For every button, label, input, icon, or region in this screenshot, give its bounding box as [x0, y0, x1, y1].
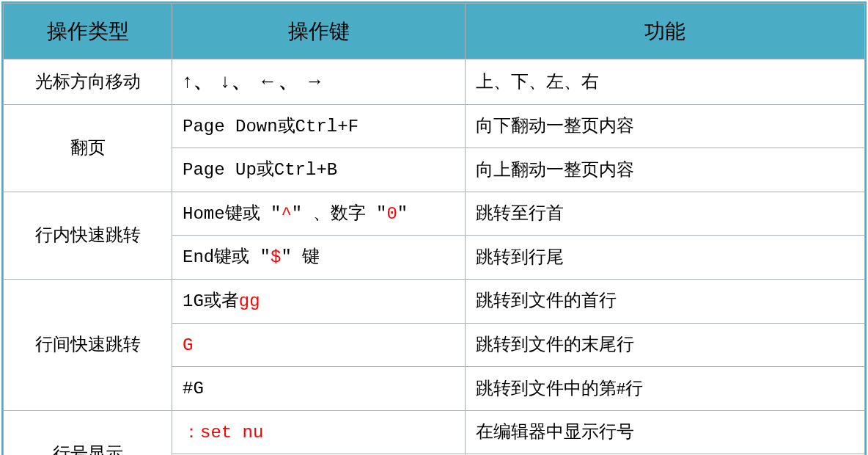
table-row: 光标方向移动↑、 ↓、 ←、 →上、下、左、右	[4, 59, 865, 104]
key-text: Home键或 "	[183, 204, 281, 224]
cell-func: 向下翻动一整页内容	[466, 104, 865, 148]
cell-type: 行内快速跳转	[4, 192, 172, 279]
key-text: 1G或者	[183, 291, 239, 311]
key-text: ：set nu	[183, 423, 263, 443]
cell-key: #G	[172, 367, 466, 411]
cell-func: 跳转到行尾	[466, 236, 865, 280]
cell-func: 跳转到文件的首行	[466, 279, 865, 323]
cell-func: 上、下、左、右	[466, 59, 865, 104]
cell-key: ↑、 ↓、 ←、 →	[172, 59, 466, 104]
key-text: 0	[386, 204, 397, 224]
table-header-row: 操作类型 操作键 功能	[4, 4, 865, 59]
cell-key: Page Down或Ctrl+F	[172, 104, 466, 148]
header-func: 功能	[466, 4, 865, 59]
table-row: 行内快速跳转Home键或 "^" 、数字 "0"跳转至行首	[4, 192, 865, 236]
key-text: ^	[281, 204, 291, 224]
vim-operations-table: 操作类型 操作键 功能 光标方向移动↑、 ↓、 ←、 →上、下、左、右翻页Pag…	[3, 3, 865, 455]
cell-key: End键或 "$" 键	[172, 236, 466, 280]
table-row: 翻页Page Down或Ctrl+F向下翻动一整页内容	[4, 104, 865, 148]
cell-key: 1G或者gg	[172, 279, 466, 323]
key-text: " 、数字 "	[292, 204, 387, 224]
cell-type: 行间快速跳转	[4, 279, 172, 410]
cell-key: Home键或 "^" 、数字 "0"	[172, 192, 466, 236]
key-text: gg	[239, 291, 260, 311]
cell-key: Page Up或Ctrl+B	[172, 148, 466, 192]
key-text: Page Down或Ctrl+F	[183, 117, 358, 136]
key-text: "	[397, 204, 408, 224]
cell-key: G	[172, 323, 466, 367]
cell-func: 在编辑器中显示行号	[466, 410, 865, 454]
cell-type: 翻页	[4, 104, 172, 192]
header-key: 操作键	[172, 4, 466, 59]
key-text: End键或 "	[183, 247, 271, 267]
cell-type: 行号显示	[4, 410, 172, 455]
key-text: " 键	[281, 247, 320, 267]
table-body: 光标方向移动↑、 ↓、 ←、 →上、下、左、右翻页Page Down或Ctrl+…	[4, 59, 865, 455]
table-row: 行间快速跳转1G或者gg跳转到文件的首行	[4, 279, 865, 323]
cell-func: 跳转至行首	[466, 192, 865, 236]
cell-func: 向上翻动一整页内容	[466, 148, 865, 192]
table-row: 行号显示：set nu在编辑器中显示行号	[4, 410, 865, 454]
cell-func: 跳转到文件中的第#行	[466, 367, 865, 411]
cell-func: 跳转到文件的末尾行	[466, 323, 865, 367]
key-text: G	[183, 335, 193, 355]
key-text: $	[271, 247, 281, 267]
header-type: 操作类型	[4, 4, 172, 59]
cell-key: ：set nu	[172, 410, 466, 454]
key-text: #G	[183, 379, 204, 398]
key-text: ↑、 ↓、 ←、 →	[183, 70, 326, 92]
cell-type: 光标方向移动	[4, 59, 172, 104]
key-text: Page Up或Ctrl+B	[183, 160, 337, 180]
